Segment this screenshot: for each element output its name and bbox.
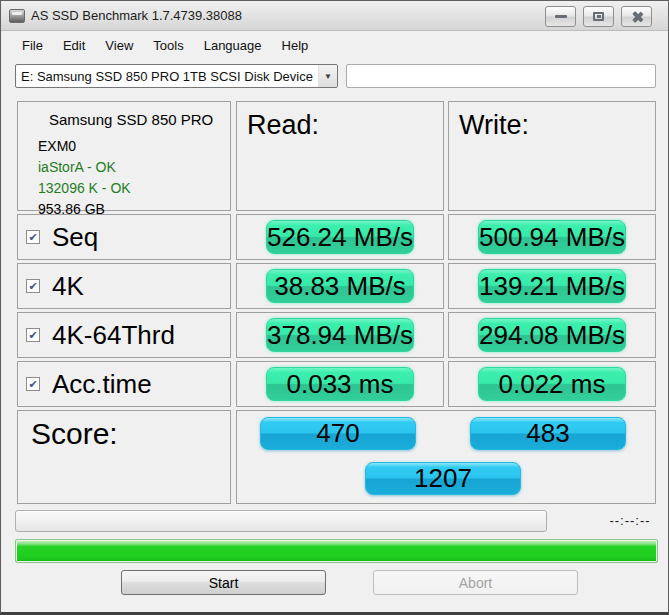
drive-select-value: E: Samsung SSD 850 PRO 1TB SCSI Disk Dev… xyxy=(16,69,318,84)
menu-view[interactable]: View xyxy=(95,33,143,58)
close-icon xyxy=(630,10,644,24)
window-controls xyxy=(545,6,652,27)
seq-write-cell: 500.94 MB/s xyxy=(448,214,656,260)
4k64thrd-write-cell: 294.08 MB/s xyxy=(448,312,656,358)
seq-read-cell: 526.24 MB/s xyxy=(236,214,444,260)
4k-read-value: 38.83 MB/s xyxy=(266,269,414,303)
secondary-field[interactable] xyxy=(346,64,656,88)
drive-info-panel: Samsung SSD 850 PRO EXM0 iaStorA - OK 13… xyxy=(17,101,231,211)
seq-write-value: 500.94 MB/s xyxy=(478,220,626,254)
minimize-icon xyxy=(555,15,567,18)
benchmark-progress-bar xyxy=(15,510,547,532)
4k-label: 4K xyxy=(52,271,84,302)
4k64thrd-checkbox[interactable]: ✔ xyxy=(26,328,40,342)
menu-language[interactable]: Language xyxy=(194,33,272,58)
app-icon xyxy=(9,9,25,23)
4k-write-value: 139.21 MB/s xyxy=(478,269,626,303)
read-column-header: Read: xyxy=(237,102,443,141)
drive-driver-status: iaStorA - OK xyxy=(38,157,222,178)
app-window: AS SSD Benchmark 1.7.4739.38088 File Edi… xyxy=(0,0,669,615)
drive-model: Samsung SSD 850 PRO xyxy=(49,111,222,128)
write-column-header: Write: xyxy=(449,102,655,141)
menu-edit[interactable]: Edit xyxy=(53,33,95,58)
row-seq: ✔ Seq xyxy=(17,214,231,260)
write-column-header-box: Write: xyxy=(448,101,656,211)
score-label-box: Score: xyxy=(17,410,231,504)
score-label: Score: xyxy=(18,411,230,451)
acctime-write-cell: 0.022 ms xyxy=(448,361,656,407)
4k64thrd-write-value: 294.08 MB/s xyxy=(478,318,626,352)
menu-tools[interactable]: Tools xyxy=(143,33,193,58)
4k64thrd-read-cell: 378.94 MB/s xyxy=(236,312,444,358)
acctime-write-value: 0.022 ms xyxy=(478,367,626,401)
score-total-value: 1207 xyxy=(365,462,521,495)
menu-file[interactable]: File xyxy=(12,33,53,58)
row-4k: ✔ 4K xyxy=(17,263,231,309)
close-button[interactable] xyxy=(621,6,652,27)
seq-label: Seq xyxy=(52,222,98,253)
time-remaining: --:--:-- xyxy=(599,513,661,528)
window-title: AS SSD Benchmark 1.7.4739.38088 xyxy=(31,8,242,23)
maximize-icon xyxy=(593,12,604,21)
drive-select-dropdown[interactable]: E: Samsung SSD 850 PRO 1TB SCSI Disk Dev… xyxy=(15,64,338,88)
4k64thrd-label: 4K-64Thrd xyxy=(52,320,175,351)
row-acctime: ✔ Acc.time xyxy=(17,361,231,407)
4k-checkbox[interactable]: ✔ xyxy=(26,279,40,293)
acctime-label: Acc.time xyxy=(52,369,152,400)
abort-button[interactable]: Abort xyxy=(373,570,578,595)
row-4k64thrd: ✔ 4K-64Thrd xyxy=(17,312,231,358)
seq-read-value: 526.24 MB/s xyxy=(266,220,414,254)
maximize-button[interactable] xyxy=(583,6,614,27)
acctime-read-value: 0.033 ms xyxy=(266,367,414,401)
score-read-value: 470 xyxy=(260,417,416,450)
acctime-checkbox[interactable]: ✔ xyxy=(26,377,40,391)
read-column-header-box: Read: xyxy=(236,101,444,211)
menu-bar: File Edit View Tools Language Help xyxy=(1,31,668,59)
4k-write-cell: 139.21 MB/s xyxy=(448,263,656,309)
drive-alignment-status: 132096 K - OK xyxy=(38,178,222,199)
seq-checkbox[interactable]: ✔ xyxy=(26,230,40,244)
drive-firmware: EXM0 xyxy=(38,136,222,157)
chevron-down-icon[interactable]: ▼ xyxy=(318,65,337,87)
score-pills-box: 470 483 1207 xyxy=(236,410,656,504)
overall-progress-bar xyxy=(15,539,658,563)
title-bar[interactable]: AS SSD Benchmark 1.7.4739.38088 xyxy=(1,1,668,31)
menu-help[interactable]: Help xyxy=(272,33,319,58)
acctime-read-cell: 0.033 ms xyxy=(236,361,444,407)
start-button[interactable]: Start xyxy=(121,570,326,595)
4k64thrd-read-value: 378.94 MB/s xyxy=(266,318,414,352)
score-write-value: 483 xyxy=(470,417,626,450)
minimize-button[interactable] xyxy=(545,6,576,27)
4k-read-cell: 38.83 MB/s xyxy=(236,263,444,309)
